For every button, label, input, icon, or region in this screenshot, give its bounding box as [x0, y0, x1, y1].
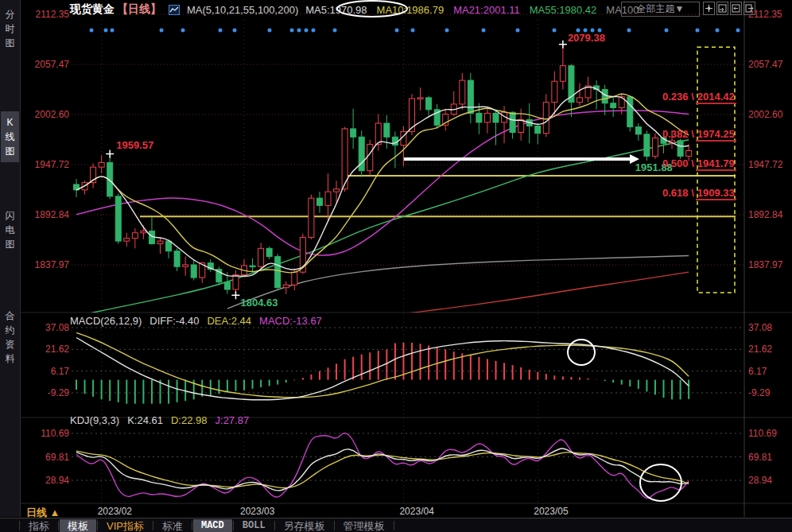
macd-macd-value: MACD:-13.67: [259, 315, 322, 327]
event-dot: [516, 29, 520, 33]
event-dot: [395, 29, 399, 33]
crosshair-icon[interactable]: [703, 2, 715, 15]
event-dot: [445, 29, 449, 33]
sidebar-item-label: 分时图: [5, 7, 15, 50]
ma-label-2: MA10:1986.79: [377, 4, 445, 16]
toolbar-item-8[interactable]: 管理模板: [336, 519, 393, 532]
header-toolbar: [703, 2, 755, 15]
toolbar-item-5[interactable]: MACD: [193, 519, 232, 532]
toolbar-item-4[interactable]: 标准: [154, 519, 191, 532]
event-dot: [90, 29, 94, 33]
sidebar-item-label: 闪电图: [5, 208, 15, 251]
pane-layout-icon[interactable]: [716, 2, 728, 15]
ma-values: MA5:1970.98MA10:1986.79MA21:2001.11MA55:…: [305, 4, 639, 16]
ma-settings-label[interactable]: MA(5,10,21,55,100,200): [187, 4, 298, 16]
sidebar-item-1[interactable]: 分时图: [1, 3, 19, 54]
sidebar-item-3[interactable]: 闪电图: [1, 204, 19, 255]
event-dot: [696, 29, 700, 33]
ma-label-4: MA55:1980.42: [530, 4, 597, 16]
theme-dropdown[interactable]: 全部主题▼: [621, 2, 700, 17]
event-dot: [716, 29, 720, 33]
event-dot: [482, 29, 486, 33]
event-dot: [111, 29, 115, 33]
toolbar-item-7[interactable]: 另存模板: [276, 519, 333, 532]
symbol-title: 现货黄金: [70, 2, 115, 17]
event-dot: [665, 29, 669, 33]
toolbar-separator: [97, 521, 98, 530]
line-chart-icon: [169, 5, 180, 15]
event-dot: [297, 29, 301, 33]
period-tag: 【日线】: [117, 2, 161, 17]
event-dot: [268, 29, 272, 33]
event-dot: [181, 29, 185, 33]
toolbar-separator: [192, 521, 192, 530]
toolbar-item-1[interactable]: 指标: [21, 519, 57, 532]
macd-dea-value: DEA:2.44: [207, 315, 251, 327]
scale-right-icon[interactable]: [743, 2, 755, 15]
chart-header: 现货黄金【日线】 MA(5,10,21,55,100,200) MA5:1970…: [70, 2, 639, 17]
toolbar-item-3[interactable]: VIP指标: [99, 519, 152, 532]
event-dot: [591, 29, 595, 33]
kdj-params: KDJ(9,3,3): [70, 414, 119, 426]
kdj-indicator-header[interactable]: KDJ(9,3,3)K:24.61D:22.98J:27.87: [70, 414, 257, 426]
event-dot: [290, 29, 294, 33]
macd-params: MACD(26,12,9): [70, 315, 142, 327]
toolbar-separator: [58, 521, 59, 530]
event-dot: [411, 29, 415, 33]
sidebar-item-label: K线图: [5, 115, 15, 158]
ma-label-3: MA21:2001.11: [453, 4, 520, 16]
event-dot: [233, 29, 237, 33]
scale-left-icon[interactable]: [730, 2, 742, 15]
left-sidebar: 分时图K线图闪电图合约资料: [0, 0, 21, 517]
toolbar-separator: [19, 521, 20, 530]
event-dot: [627, 29, 631, 33]
chart-canvas[interactable]: [0, 0, 792, 532]
sidebar-item-2[interactable]: K线图: [1, 111, 19, 162]
event-dot: [577, 29, 580, 33]
event-dot: [333, 29, 337, 33]
event-dot: [219, 29, 223, 33]
kdj-plot: [76, 433, 689, 499]
toolbar-separator: [274, 521, 275, 530]
kdj-d-value: D:22.98: [171, 414, 208, 426]
toolbar-separator: [334, 521, 335, 530]
ma-label-1: MA5:1970.98: [305, 4, 367, 16]
event-dot: [305, 29, 309, 33]
trading-app-window: 分时图K线图闪电图合约资料 现货黄金【日线】 MA(5,10,21,55,100…: [0, 0, 792, 532]
macd-indicator-header[interactable]: MACD(26,12,9)DIFF:-4.40DEA:2.44MACD:-13.…: [70, 315, 330, 327]
toolbar-item-6[interactable]: BOLL: [235, 519, 274, 532]
event-dot: [553, 29, 557, 33]
bottom-toolbar: 指标模板VIP指标标准MACDBOLL另存模板管理模板: [0, 518, 792, 532]
event-dot: [312, 29, 316, 33]
toolbar-separator: [394, 521, 394, 530]
event-dot: [160, 29, 164, 33]
kdj-k-value: K:24.61: [127, 414, 163, 426]
macd-diff-value: DIFF:-4.40: [149, 315, 199, 327]
toolbar-separator: [233, 521, 234, 530]
event-dot: [584, 29, 588, 33]
sidebar-item-label: 合约资料: [5, 309, 15, 366]
toolbar-separator: [153, 521, 153, 530]
event-dot: [104, 29, 108, 33]
event-dot: [736, 29, 740, 33]
event-dot: [598, 29, 602, 33]
kdj-j-value: J:27.87: [215, 414, 250, 426]
sidebar-item-4[interactable]: 合约资料: [1, 305, 19, 370]
candles: [74, 45, 692, 295]
toolbar-item-2[interactable]: 模板: [60, 519, 96, 532]
